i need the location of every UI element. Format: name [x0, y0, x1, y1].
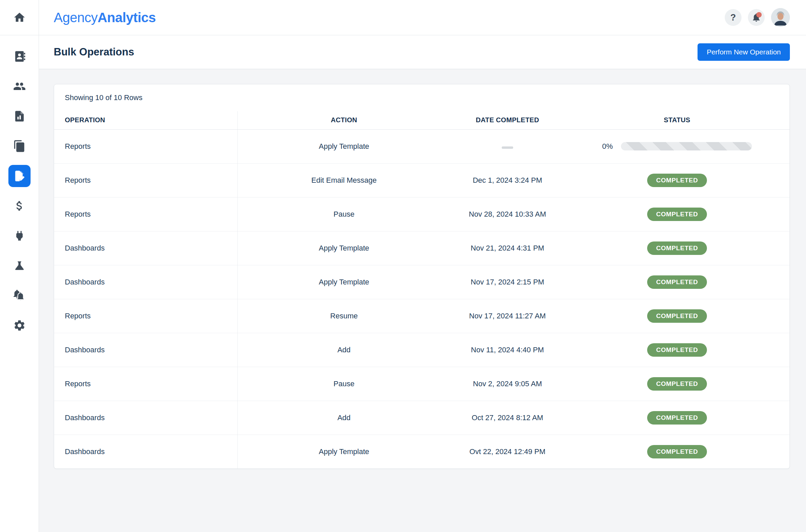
column-header-action: Action [237, 111, 450, 129]
copy-pages-icon [13, 140, 26, 152]
cell-status: COMPLETED [564, 231, 789, 265]
status-badge-completed: COMPLETED [647, 276, 707, 289]
sidebar-item-gear[interactable] [8, 315, 31, 337]
cell-status: COMPLETED [564, 197, 789, 231]
cell-action: Apply Template [237, 129, 450, 163]
page-header: Bulk Operations Perform New Operation [39, 35, 806, 69]
cell-operation: Dashboards [54, 265, 237, 299]
gear-icon [13, 319, 26, 332]
table-row: Reports Resume Nov 17, 2024 11:27 AM COM… [54, 299, 789, 333]
status-badge-completed: COMPLETED [647, 377, 707, 391]
cell-date-completed: Ovt 22, 2024 12:49 PM [450, 435, 564, 469]
cell-action: Resume [237, 299, 450, 333]
cell-action: Pause [237, 367, 450, 401]
sidebar-item-bells[interactable] [8, 284, 31, 307]
progress-bar [621, 142, 752, 150]
status-badge-completed: COMPLETED [647, 174, 707, 187]
cell-date-completed: Nov 17, 2024 11:27 AM [450, 299, 564, 333]
cell-operation: Dashboards [54, 333, 237, 367]
cell-date-completed: Nov 21, 2024 4:31 PM [450, 231, 564, 265]
cell-operation: Dashboards [54, 435, 237, 469]
dollar-icon [13, 200, 26, 212]
status-badge-completed: COMPLETED [647, 343, 707, 357]
bells-icon [13, 289, 26, 302]
brand-logo-light: Agency [54, 10, 97, 25]
sidebar-item-users[interactable] [8, 75, 31, 97]
status-badge-completed: COMPLETED [647, 309, 707, 323]
sidebar-item-dollar[interactable] [8, 195, 31, 217]
sidebar-nav [8, 45, 31, 344]
users-icon [13, 80, 26, 93]
table-row: Dashboards Apply Template Nov 21, 2024 4… [54, 231, 789, 265]
cell-status: COMPLETED [564, 401, 789, 435]
report-chart-icon [13, 110, 26, 122]
help-icon: ? [730, 13, 736, 23]
cell-operation: Reports [54, 367, 237, 401]
cell-status: COMPLETED [564, 299, 789, 333]
table-header-row: Operation Action Date Completed Status [54, 111, 789, 129]
flask-icon [13, 259, 26, 272]
notification-dot [756, 12, 762, 18]
cell-action: Pause [237, 197, 450, 231]
sidebar-item-report-chart[interactable] [8, 105, 31, 127]
cell-date-completed: Oct 27, 2024 8:12 AM [450, 401, 564, 435]
sidebar-item-address-book[interactable] [8, 45, 31, 68]
cell-status: COMPLETED [564, 333, 789, 367]
table-row: Reports Pause Nov 2, 2024 9:05 AM COMPLE… [54, 367, 789, 401]
sidebar-item-flask[interactable] [8, 254, 31, 277]
page-title: Bulk Operations [54, 46, 134, 58]
table-row: Dashboards Apply Template Nov 17, 2024 2… [54, 265, 789, 299]
empty-date-dash [502, 147, 513, 149]
progress-percent: 0% [602, 142, 613, 151]
topbar-actions: ? [725, 8, 790, 27]
plug-icon [13, 229, 26, 242]
address-book-icon [13, 50, 26, 63]
cell-date-completed: Nov 2, 2024 9:05 AM [450, 367, 564, 401]
progress-indicator: 0% [564, 142, 789, 151]
cell-action: Edit Email Message [237, 163, 450, 197]
cell-date-completed [450, 129, 564, 163]
cell-status: COMPLETED [564, 163, 789, 197]
brand-logo[interactable]: AgencyAnalytics [54, 10, 156, 25]
notifications-button[interactable] [748, 9, 765, 26]
topbar: AgencyAnalytics ? [39, 0, 806, 35]
help-button[interactable]: ? [725, 9, 742, 26]
column-header-status: Status [564, 111, 789, 129]
cell-operation: Reports [54, 163, 237, 197]
cell-date-completed: Nov 28, 2024 10:33 AM [450, 197, 564, 231]
avatar[interactable] [771, 8, 790, 27]
operations-table: Operation Action Date Completed Status R… [54, 111, 789, 469]
table-row: Reports Apply Template 0% [54, 129, 789, 163]
operations-card: Showing 10 of 10 Rows Operation Action D… [54, 84, 790, 469]
status-badge-completed: COMPLETED [647, 208, 707, 221]
edit-document-icon [13, 170, 26, 183]
table-body: Reports Apply Template 0% Reports Edit E… [54, 129, 789, 469]
table-row: Reports Pause Nov 28, 2024 10:33 AM COMP… [54, 197, 789, 231]
cell-operation: Reports [54, 299, 237, 333]
sidebar-item-plug[interactable] [8, 225, 31, 247]
sidebar [0, 0, 39, 532]
cell-date-completed: Nov 11, 2024 4:40 PM [450, 333, 564, 367]
table-row: Dashboards Add Nov 11, 2024 4:40 PM COMP… [54, 333, 789, 367]
sidebar-item-home[interactable] [0, 0, 39, 35]
status-badge-completed: COMPLETED [647, 445, 707, 458]
sidebar-item-copy-pages[interactable] [8, 135, 31, 157]
cell-date-completed: Nov 17, 2024 2:15 PM [450, 265, 564, 299]
avatar-image [771, 8, 790, 27]
cell-action: Add [237, 333, 450, 367]
cell-status: COMPLETED [564, 435, 789, 469]
home-icon [13, 11, 26, 24]
main-content: Showing 10 of 10 Rows Operation Action D… [39, 69, 806, 532]
cell-date-completed: Dec 1, 2024 3:24 PM [450, 163, 564, 197]
table-row: Dashboards Apply Template Ovt 22, 2024 1… [54, 435, 789, 469]
table-row: Reports Edit Email Message Dec 1, 2024 3… [54, 163, 789, 197]
cell-action: Add [237, 401, 450, 435]
cell-operation: Dashboards [54, 401, 237, 435]
cell-status: COMPLETED [564, 265, 789, 299]
perform-new-operation-button[interactable]: Perform New Operation [697, 43, 790, 61]
cell-operation: Reports [54, 129, 237, 163]
cell-status: COMPLETED [564, 367, 789, 401]
sidebar-item-edit-document[interactable] [8, 165, 31, 187]
cell-action: Apply Template [237, 265, 450, 299]
cell-operation: Reports [54, 197, 237, 231]
